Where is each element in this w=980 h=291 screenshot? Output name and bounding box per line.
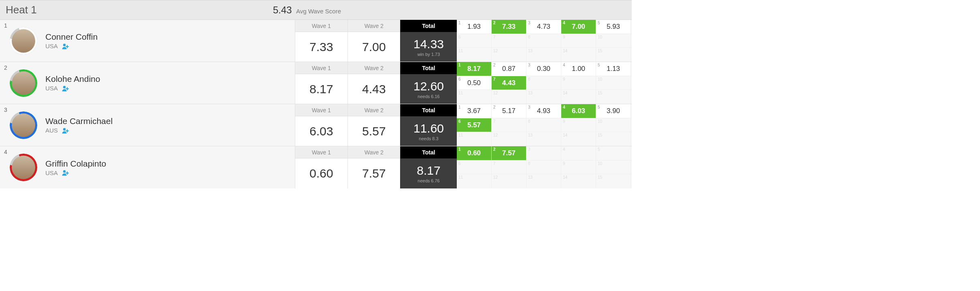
wave-score-value: 5.93 (607, 23, 620, 31)
svg-point-0 (63, 43, 66, 46)
wave-index: 3 (528, 21, 530, 25)
wave-score-value: 8.17 (467, 65, 481, 73)
wave-score-cell[interactable]: 51.13 (596, 62, 631, 76)
wave-score-cell[interactable]: 55.93 (596, 20, 631, 34)
all-waves-grid: 13.6725.1734.9346.0353.9065.577891011121… (457, 104, 632, 146)
athlete-avatar[interactable] (10, 27, 37, 55)
wave-empty-cell: 15 (596, 174, 631, 188)
wave-score-cell[interactable]: 27.33 (492, 20, 526, 34)
wave-score-cell[interactable]: 13.67 (457, 104, 492, 118)
wave-score-value: 0.30 (537, 65, 550, 73)
svg-point-1 (63, 86, 66, 88)
athlete-avatar[interactable] (10, 111, 37, 139)
total-sub: needs 8.3 (419, 136, 438, 141)
wave-empty-cell: 12 (492, 174, 526, 188)
total-value: 8.17 (417, 164, 440, 178)
athlete-row: 4Griffin ColapintoUSAWave 10.60Wave 27.5… (0, 146, 632, 188)
athlete-rank: 4 (4, 149, 7, 155)
wave-index: 1 (458, 147, 461, 152)
heat-header: Heat 1 5.43 Avg Wave Score (0, 0, 632, 20)
wave-score-cell[interactable]: 34.73 (526, 20, 561, 34)
follow-athlete-icon[interactable] (62, 169, 69, 176)
wave-score-cell[interactable]: 53.90 (596, 104, 631, 118)
wave-empty-cell: 8 (526, 76, 561, 90)
total-value: 14.33 (413, 37, 444, 51)
follow-athlete-icon[interactable] (62, 85, 69, 92)
wave1-value: 8.17 (295, 74, 347, 104)
wave-index: 5 (598, 63, 600, 67)
wave-score-cell[interactable]: 60.50 (457, 76, 492, 90)
wave-score-cell[interactable]: 27.57 (492, 146, 526, 160)
wave-score-cell[interactable]: 30.30 (526, 62, 561, 76)
wave-empty-cell: 15 (596, 48, 631, 61)
wave2-value: 5.57 (348, 116, 400, 146)
wave-index: 3 (528, 63, 530, 67)
athlete-rank: 2 (4, 64, 7, 71)
wave-score-cell[interactable]: 11.93 (457, 20, 492, 34)
svg-point-3 (63, 170, 66, 173)
wave2-label: Wave 2 (348, 62, 400, 74)
athlete-country: USA (45, 169, 58, 176)
athlete-name[interactable]: Conner Coffin (45, 32, 98, 42)
wave-empty-cell: 7 (492, 34, 526, 47)
athlete-info: 1Conner CoffinUSA (0, 20, 295, 62)
wave-empty-cell: 7 (492, 118, 526, 132)
athlete-name[interactable]: Griffin Colapinto (45, 159, 106, 169)
follow-athlete-icon[interactable] (62, 43, 69, 49)
wave-score-value: 5.17 (502, 107, 516, 115)
wave-index: 1 (458, 105, 461, 109)
wave-index: 1 (458, 21, 461, 25)
total-value: 12.60 (413, 79, 444, 93)
athlete-country: USA (45, 85, 58, 92)
athlete-avatar[interactable] (10, 69, 37, 97)
wave-score-cell[interactable]: 46.03 (561, 104, 596, 118)
wave-score-cell[interactable]: 10.60 (457, 146, 492, 160)
wave-empty-cell: 6 (457, 34, 492, 47)
wave-index: 2 (493, 105, 496, 109)
wave1-value: 6.03 (295, 116, 347, 146)
wave1-label: Wave 1 (295, 20, 347, 32)
wave2-label: Wave 2 (348, 146, 400, 158)
total-sub: win by 1.73 (418, 52, 440, 57)
wave-empty-cell: 10 (596, 118, 631, 132)
total-column: Total12.60needs 6.16 (400, 62, 457, 104)
wave-empty-cell: 12 (492, 132, 526, 146)
wave-score-cell[interactable]: 20.87 (492, 62, 526, 76)
wave-score-value: 7.57 (502, 149, 516, 157)
wave-score-value: 4.73 (537, 23, 550, 31)
wave-score-cell[interactable]: 41.00 (561, 62, 596, 76)
total-column: Total8.17needs 6.76 (400, 146, 457, 188)
wave-empty-cell: 8 (526, 34, 561, 47)
wave-score-value: 3.67 (467, 107, 481, 115)
wave2-column: Wave 27.57 (347, 146, 400, 188)
wave2-value: 7.00 (348, 32, 400, 62)
athlete-name[interactable]: Kolohe Andino (45, 74, 100, 84)
wave-score-cell[interactable]: 65.57 (457, 118, 492, 132)
wave1-value: 7.33 (295, 32, 347, 62)
wave-score-cell[interactable]: 25.17 (492, 104, 526, 118)
total-label: Total (401, 104, 457, 116)
wave-index: 2 (493, 147, 496, 152)
wave-score-cell[interactable]: 34.93 (526, 104, 561, 118)
wave-empty-cell: 6 (457, 160, 492, 174)
wave-empty-cell: 8 (526, 160, 561, 174)
wave-empty-cell: 13 (526, 48, 561, 61)
follow-athlete-icon[interactable] (62, 127, 69, 134)
wave1-label: Wave 1 (295, 104, 347, 116)
wave-score-cell[interactable]: 74.43 (492, 76, 526, 90)
athlete-row: 1Conner CoffinUSAWave 17.33Wave 27.00Tot… (0, 20, 632, 62)
wave-score-value: 1.00 (572, 65, 585, 73)
total-column: Total11.60needs 8.3 (400, 104, 457, 146)
wave-empty-cell: 10 (596, 76, 631, 90)
athlete-name[interactable]: Wade Carmichael (45, 116, 113, 126)
wave-score-cell[interactable]: 47.00 (561, 20, 596, 34)
total-label: Total (401, 146, 457, 158)
wave-empty-cell: 5 (596, 146, 631, 160)
wave2-label: Wave 2 (348, 20, 400, 32)
wave-empty-cell: 11 (457, 132, 492, 146)
wave-score-cell[interactable]: 18.17 (457, 62, 492, 76)
heat-title: Heat 1 (6, 4, 273, 16)
wave2-value: 4.43 (348, 74, 400, 104)
athlete-avatar[interactable] (10, 154, 37, 181)
wave1-column: Wave 17.33 (295, 20, 347, 62)
